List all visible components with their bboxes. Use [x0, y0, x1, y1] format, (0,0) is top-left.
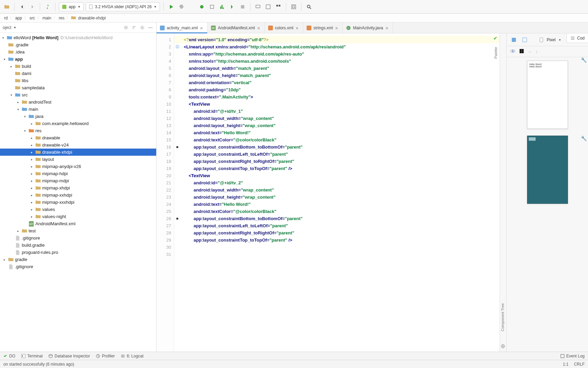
grid-icon[interactable]: [519, 48, 524, 55]
expand-icon[interactable]: ▸: [29, 186, 34, 190]
expand-icon[interactable]: ▸: [29, 179, 34, 183]
expand-icon[interactable]: ▾: [9, 93, 14, 97]
wrench-icon[interactable]: 🔧: [581, 57, 587, 63]
tree-root[interactable]: ▾elloWord [Hello Word]D:\Users\studio\He…: [0, 34, 156, 41]
design-preview[interactable]: Hello Word! Hello Word!: [527, 61, 568, 129]
sdk-manager-icon[interactable]: [264, 3, 272, 11]
tree-item-mipmap-anydpi-v26[interactable]: ▸mipmap-anydpi-v26: [0, 163, 156, 170]
expand-icon[interactable]: ▸: [29, 200, 34, 205]
tree-item--gitignore[interactable]: .gitignore: [0, 263, 156, 270]
profile-icon[interactable]: [218, 3, 226, 11]
close-icon[interactable]: ✕: [385, 26, 389, 30]
tree-item-mipmap-xhdpi[interactable]: ▸mipmap-xhdpi: [0, 184, 156, 191]
debug-step-icon[interactable]: [187, 3, 196, 11]
expand-icon[interactable]: ▾: [2, 57, 7, 62]
avd-manager-icon[interactable]: [254, 3, 262, 11]
expand-icon[interactable]: [22, 221, 27, 226]
stop-icon[interactable]: [239, 3, 247, 11]
expand-icon[interactable]: ▾: [22, 114, 27, 119]
code-view-button[interactable]: Cod: [567, 33, 588, 43]
tree-item-androidtest[interactable]: ▸androidTest: [0, 98, 156, 106]
expand-icon[interactable]: [9, 243, 14, 248]
tree-item-res[interactable]: ▾res: [0, 127, 156, 134]
eye-icon[interactable]: [510, 48, 516, 55]
expand-icon[interactable]: ▸: [2, 257, 7, 262]
todo-tool[interactable]: DO: [3, 354, 15, 358]
expand-icon[interactable]: ▸: [16, 229, 20, 233]
open-icon[interactable]: [3, 3, 11, 11]
tree-item-values[interactable]: ▸values: [0, 206, 156, 213]
close-icon[interactable]: ✕: [335, 26, 339, 30]
run-icon[interactable]: [167, 3, 175, 11]
attach-debugger-icon[interactable]: [228, 3, 236, 11]
expand-icon[interactable]: [9, 236, 14, 241]
expand-icon[interactable]: ▸: [29, 214, 34, 219]
expand-icon[interactable]: ▸: [29, 136, 34, 140]
expand-icon[interactable]: [2, 264, 7, 269]
forward-icon[interactable]: [28, 3, 36, 11]
event-log-tool[interactable]: Event Log: [560, 354, 585, 358]
tree-item-app[interactable]: ▾app: [0, 56, 156, 63]
expand-icon[interactable]: ▾: [16, 107, 20, 112]
expand-icon[interactable]: ▸: [29, 157, 34, 162]
breadcrumb-segment[interactable]: rd: [3, 16, 9, 20]
debug-icon[interactable]: [198, 3, 206, 11]
tree-item-src[interactable]: ▾src: [0, 91, 156, 98]
design-device[interactable]: Pixel: [547, 37, 556, 42]
code-editor[interactable]: 1234567891011121314151617181920212223242…: [157, 33, 500, 352]
tree-item-proguard-rules-pro[interactable]: proguard-rules.pro: [0, 249, 156, 256]
chevron-down-icon[interactable]: ▼: [13, 26, 16, 29]
resource-manager-icon[interactable]: [274, 3, 282, 11]
tree-item-java[interactable]: ▾java: [0, 113, 156, 120]
module-selector[interactable]: app ▼: [59, 2, 84, 11]
coverage-icon[interactable]: [208, 3, 216, 11]
sort-icon[interactable]: [131, 25, 137, 31]
blueprint-preview[interactable]: [527, 136, 568, 204]
tree-item-com-example-helloword[interactable]: ▸com.example.helloword: [0, 120, 156, 127]
device-selector[interactable]: 3.2 HVGA slider (ADP1) API 26 ▼: [86, 2, 160, 11]
tree-item-drawable-v24[interactable]: ▸drawable-v24: [0, 141, 156, 149]
expand-icon[interactable]: [2, 50, 7, 55]
palette-strip[interactable]: Palette Component Tree: [500, 33, 506, 352]
gear-icon[interactable]: [139, 25, 145, 31]
collapse-icon[interactable]: —: [147, 25, 153, 31]
logcat-tool[interactable]: 6: Logcat: [121, 354, 143, 358]
tree-item-mipmap-mdpi[interactable]: ▸mipmap-mdpi: [0, 177, 156, 184]
tree-item-test[interactable]: ▸test: [0, 227, 156, 234]
apply-changes-icon[interactable]: [177, 3, 185, 11]
blueprint-icon[interactable]: [521, 36, 528, 44]
tab-androidmanifest-xml[interactable]: MFAndroidManifest.xml✕: [208, 22, 265, 33]
wrench-icon[interactable]: 🔧: [581, 136, 587, 141]
locate-icon[interactable]: [123, 25, 129, 31]
expand-icon[interactable]: ▸: [29, 207, 34, 212]
expand-icon[interactable]: [2, 43, 7, 47]
breadcrumb-segment[interactable]: main: [42, 16, 52, 20]
expand-icon[interactable]: ▸: [29, 143, 34, 148]
project-tree[interactable]: ▾elloWord [Hello Word]D:\Users\studio\He…: [0, 33, 156, 352]
tree-item-sampledata[interactable]: sampledata: [0, 84, 156, 91]
tab-colors-xml[interactable]: colors.xml✕: [265, 22, 303, 33]
expand-icon[interactable]: ▸: [16, 100, 20, 105]
editor-code[interactable]: <?xml version="1.0" encoding="utf-8"?><L…: [180, 33, 349, 352]
tree-item--idea[interactable]: .idea: [0, 48, 156, 56]
expand-icon[interactable]: ▾: [22, 128, 27, 133]
expand-icon[interactable]: [9, 250, 14, 255]
terminal-tool[interactable]: Terminal: [21, 354, 43, 358]
back-icon[interactable]: [18, 3, 26, 11]
tree-item-layout[interactable]: ▸layout: [0, 156, 156, 163]
tree-item--gradle[interactable]: .gradle: [0, 41, 156, 48]
expand-icon[interactable]: ▸: [29, 171, 34, 176]
tree-item-mipmap-hdpi[interactable]: ▸mipmap-hdpi: [0, 170, 156, 177]
tree-item-mipmap-xxhdpi[interactable]: ▸mipmap-xxhdpi: [0, 191, 156, 199]
tree-item-main[interactable]: ▾main: [0, 106, 156, 113]
expand-icon[interactable]: ▸: [29, 150, 34, 155]
breadcrumb-segment[interactable]: drawable-xhdpi: [77, 16, 106, 20]
profiler-tool[interactable]: Profiler: [96, 354, 115, 358]
tree-item--gitignore[interactable]: .gitignore: [0, 234, 156, 242]
tree-item-androidmanifest-xml[interactable]: MFAndroidManifest.xml: [0, 220, 156, 227]
search-icon[interactable]: [305, 3, 313, 11]
tab-activity-main-xml[interactable]: activity_main.xml✕: [157, 22, 208, 33]
expand-icon[interactable]: ▸: [29, 193, 34, 198]
tree-item-drawable[interactable]: ▸drawable: [0, 134, 156, 141]
expand-icon[interactable]: ▸: [9, 64, 14, 69]
